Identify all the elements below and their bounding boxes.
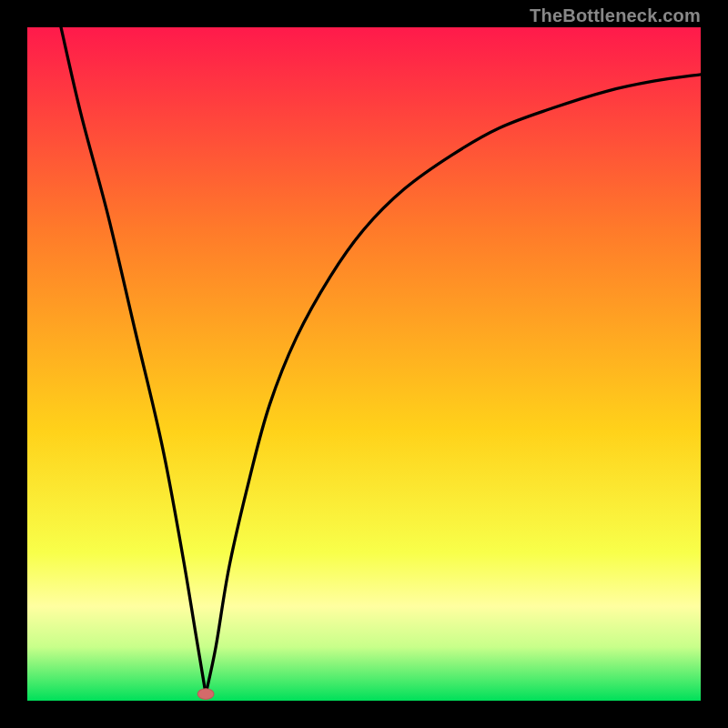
chart-frame: TheBottleneck.com — [0, 0, 728, 728]
minimum-marker — [197, 689, 214, 700]
gradient-background — [27, 27, 701, 701]
plot-area — [27, 27, 701, 701]
bottleneck-curve-chart — [27, 27, 701, 701]
watermark-text: TheBottleneck.com — [530, 5, 701, 26]
